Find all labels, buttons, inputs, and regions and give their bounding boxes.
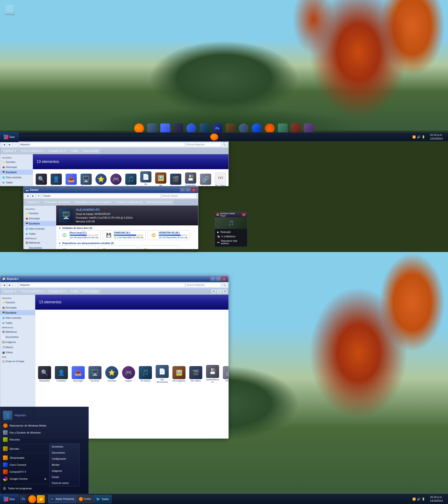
battery-icon-2[interactable]: 🔋 <box>421 497 425 501</box>
search-field-2[interactable]: Buscar Equipo <box>162 194 197 198</box>
toolbar-conectar[interactable]: Conectar a unidad de red <box>114 200 144 205</box>
toolbar-nueva-s2[interactable]: Nueva carpeta <box>81 289 100 294</box>
desktop-logo-icon[interactable]: Icons.png <box>2 5 16 15</box>
forward-button-2[interactable]: ▶ <box>31 194 36 198</box>
file-s2-videos[interactable]: 🎬 Mis vídeos <box>188 365 203 383</box>
view-large-s2[interactable]: ⊞ <box>211 289 216 294</box>
network-icon-2[interactable]: 📶 <box>412 497 416 501</box>
file-s2-documentos[interactable]: 📄 Mis documentos <box>155 364 170 384</box>
file-contactos[interactable]: 👤 Contactos <box>50 173 63 186</box>
sb-s2-musica[interactable]: 🎵 Música <box>0 345 35 350</box>
file-imagenes[interactable]: 🖼️ Mis imágenes <box>154 172 167 186</box>
start-button-1[interactable]: Start <box>0 132 19 142</box>
taskbar-twitter-item[interactable]: 🐦 Twitter <box>93 495 111 503</box>
search-button-1[interactable]: 🔍 <box>222 142 227 147</box>
media-close-button[interactable]: ✕ <box>242 213 246 216</box>
back-button-1[interactable]: ◀ <box>2 142 7 147</box>
fwd-s2[interactable]: ▶ <box>7 283 12 288</box>
sidebar-descargas[interactable]: 📥 Descargas <box>0 164 33 170</box>
drive-j[interactable]: 📀 Unidad de DVD RW (J:) <box>140 246 178 249</box>
search-btn-s2[interactable]: 🔍 <box>222 283 227 288</box>
media-prev-btn[interactable]: ⏮ Reproducir lista anterior <box>216 239 246 245</box>
file-s2-favoritos[interactable]: ⭐ Favoritos <box>104 365 119 383</box>
refresh-button-2[interactable]: ↻ <box>36 194 41 198</box>
volume-icon-2[interactable]: 🔊 <box>417 497 420 501</box>
sb-s2-imgs[interactable]: 🖼️ Imágenes <box>0 340 35 345</box>
submenu-equipo[interactable]: Equipo <box>50 474 79 480</box>
back-button-2[interactable]: ◀ <box>25 194 30 198</box>
sidebar-2-biblio[interactable]: 📚 Bibliotecas <box>24 240 56 245</box>
search-field-1[interactable]: Buscar Alejandro <box>186 143 221 147</box>
all-programs-item[interactable]: ☰ Todos los programas <box>0 485 49 492</box>
sb-s2-desc[interactable]: 📥 Descargas <box>0 305 35 310</box>
menu-item-cisco[interactable]: Cisco Connect <box>0 461 49 468</box>
search-s2[interactable]: Buscar Alejandro <box>186 283 221 287</box>
submenu-monitor[interactable]: Monitor <box>50 462 79 468</box>
battery-icon[interactable]: 🔋 <box>421 135 425 139</box>
sidebar-escritorio[interactable]: 🖥️ Escritorio <box>0 170 33 175</box>
ql-ff-2[interactable] <box>28 495 36 503</box>
submenu-accesorios[interactable]: Accesorios <box>50 444 79 450</box>
toolbar-organizar-1[interactable]: Organizar ▼ <box>1 148 19 154</box>
file-videos[interactable]: 🎬 Mis vídeos <box>169 173 182 186</box>
file-s2-vinculos[interactable]: 🔗 Vínculos <box>222 365 228 383</box>
clock-1[interactable]: 01:32 p.m. 13/10/2014 <box>427 133 446 141</box>
view-list-s2[interactable]: ≡ <box>217 289 222 294</box>
forward-button-1[interactable]: ▶ <box>7 142 12 147</box>
start-button-2[interactable]: Start <box>0 494 19 504</box>
menu-item-mediaplayer[interactable]: Reproductor de Windows Media <box>0 422 49 429</box>
up-button-1[interactable]: ↑ <box>13 142 18 147</box>
view-details-s2[interactable]: ☰ <box>222 289 228 294</box>
file-s2-busquedas[interactable]: 🔍 Búsquedas <box>37 365 52 383</box>
drive-g[interactable]: 💿 Unidad de BD-RE (G:) <box>59 246 96 249</box>
sidebar-2-favoritos[interactable]: ⭐ Favoritos <box>24 211 56 216</box>
submenu-panel[interactable]: Panel de control <box>50 480 79 486</box>
clock-2[interactable]: 01:32 p.m. 13/10/2014 <box>427 495 446 503</box>
menu-item-fax[interactable]: Fax y Escáner de Windows <box>0 429 49 436</box>
file-s2-descargas[interactable]: 📥 Descargas <box>71 365 86 383</box>
file-s2-contactos[interactable]: 👤 Contactos <box>54 365 69 383</box>
submenu-documentos[interactable]: Documentos <box>50 450 79 456</box>
file-s2-escritorio[interactable]: 🖥️ Escritorio <box>88 365 102 383</box>
toolbar-desinstalar[interactable]: Desinstalar o cambiar un programa <box>72 200 113 205</box>
file-log[interactable]: TXT Sto_Trace.log <box>214 172 227 186</box>
menu-item-chrome[interactable]: Google Chrome ▶ <box>0 475 49 482</box>
sidebar-2-sitios[interactable]: 🌐 Sitios recientes <box>24 226 56 231</box>
sb-s2-esc[interactable]: 🖥️ Escritorio <box>0 310 35 315</box>
sb-s2-biblio[interactable]: 📚 Bibliotecas <box>0 329 35 334</box>
file-descargas[interactable]: 📥 Descargas <box>65 173 78 186</box>
sidebar-2-descargas[interactable]: 📥 Descargas <box>24 216 56 221</box>
toolbar-compartir-1[interactable]: Compartir con ▼ <box>47 148 68 154</box>
file-documentos[interactable]: 📄 Mis documentos <box>139 170 152 186</box>
sidebar-2-twitter[interactable]: 🐦 Twitter <box>24 231 56 236</box>
toolbar-organizar-s2[interactable]: Organizar ▼ <box>1 289 19 294</box>
toolbar-propiedades[interactable]: Propiedades del sistema <box>42 200 72 205</box>
minimize-button-2[interactable]: ─ <box>180 188 185 192</box>
sidebar-favoritos[interactable]: ⭐ Favoritos <box>0 159 33 164</box>
file-vinculos[interactable]: 🔗 Vínculos <box>199 173 212 186</box>
drive-h[interactable]: 📀 Unidad de DVD RW (H:) <box>98 246 137 249</box>
menu-item-ejecutar[interactable]: Ejecutar... <box>0 445 49 452</box>
file-juegos[interactable]: 🎮 Juegos <box>109 173 123 186</box>
toolbar-panel[interactable]: Abrir el Panel de control <box>145 200 174 205</box>
addr-field-s2[interactable]: Alejandro <box>19 283 185 287</box>
toolbar-organizar-2[interactable]: Organizar ▼ <box>24 200 42 205</box>
volume-icon[interactable]: 🔊 <box>417 135 420 139</box>
drive-c[interactable]: 💿 Disco local (C:) 193 GB disponibles de… <box>59 230 101 240</box>
sb-s2-docs[interactable]: 📄 Documentos <box>0 334 35 340</box>
address-field-2[interactable]: Equipo <box>42 194 161 198</box>
sidebar-2-docs[interactable]: 📄 Documentos <box>24 245 56 249</box>
sb-s2-fav[interactable]: ⭐ Favoritos <box>0 300 35 305</box>
maximize-button-2[interactable]: □ <box>185 188 191 192</box>
toolbar-compartir-s2[interactable]: Compartir con ▼ <box>47 289 68 294</box>
sb-s2-grupo[interactable]: 🏠 Grupo en el hogar <box>0 359 35 364</box>
close-button-s2[interactable]: ✕ <box>221 277 227 281</box>
toolbar-incluir-1[interactable]: Incluir en biblioteca ▼ <box>19 148 46 154</box>
media-library-btn[interactable]: 📚 Ir a biblioteca <box>216 235 246 238</box>
file-s2-imagenes[interactable]: 🖼️ Mis imágenes <box>172 365 186 383</box>
network-icon[interactable]: 📶 <box>412 135 416 139</box>
close-button-2[interactable]: ✕ <box>191 188 196 192</box>
ql-ps[interactable]: Ps <box>19 495 28 503</box>
file-favoritos[interactable]: ⭐ Favoritos <box>94 173 108 186</box>
submenu-configuracion[interactable]: Configuración <box>50 456 79 462</box>
